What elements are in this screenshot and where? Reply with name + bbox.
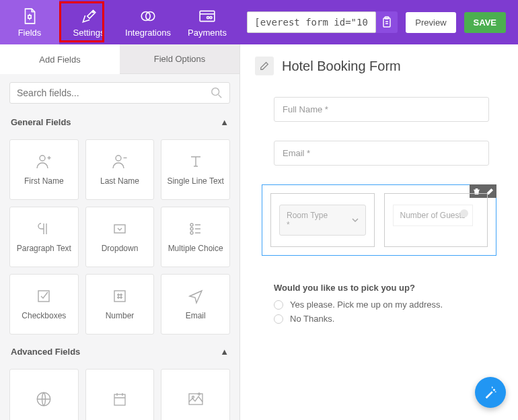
section-label: General Fields [11, 117, 71, 127]
sidebar-tabs: Add Fields Field Options [0, 44, 239, 74]
collapse-icon: ▲ [220, 347, 229, 357]
svg-point-4 [210, 16, 212, 18]
payments-icon [198, 7, 216, 25]
svg-point-14 [190, 232, 193, 234]
globe-icon [35, 390, 52, 408]
main: Add Fields Field Options General Fields … [0, 44, 518, 420]
calendar-icon [112, 391, 128, 407]
sidebar-tab-field-options[interactable]: Field Options [120, 44, 239, 74]
field-label: Dropdown [102, 244, 139, 253]
guests-input[interactable]: Number of Guests [393, 205, 473, 226]
pickup-option-yes[interactable]: Yes please. Pick me up on my address. [274, 300, 503, 310]
field-paragraph[interactable]: Paragraph Text [9, 207, 79, 267]
field-email[interactable]: Email [161, 274, 230, 335]
field-single-line[interactable]: Single Line Text [161, 139, 230, 200]
edit-title-button[interactable] [255, 57, 274, 75]
field-pickup[interactable]: Would you like us to pick you up? Yes pl… [274, 283, 503, 324]
pickup-question: Would you like us to pick you up? [274, 283, 503, 293]
advanced-fields-grid [0, 362, 239, 420]
section-label: Advanced Fields [11, 347, 80, 357]
tab-settings[interactable]: Settings [59, 0, 118, 44]
svg-rect-18 [114, 394, 125, 405]
image-icon [187, 391, 205, 407]
search-box [9, 82, 230, 104]
copy-shortcode-button[interactable] [376, 11, 398, 33]
topbar: Fields Settings Integrations Payments [0, 0, 518, 44]
collapse-icon: ▲ [220, 117, 229, 127]
option-label: No Thanks. [290, 314, 334, 324]
dropdown-icon [112, 221, 128, 237]
svg-point-20 [192, 396, 194, 398]
clipboard-icon [381, 16, 392, 28]
field-last-name[interactable]: Last Name [85, 139, 155, 200]
fields-icon [21, 7, 38, 25]
field-label: Number [106, 311, 135, 320]
tab-payments[interactable]: Payments [178, 0, 237, 44]
email-input: Email * [274, 141, 489, 166]
field-dropdown[interactable]: Dropdown [85, 207, 155, 267]
room-type-label: Room Type * [287, 211, 333, 230]
svg-point-12 [190, 223, 193, 226]
form-title[interactable]: Hotel Booking Form [282, 59, 401, 74]
field-first-name[interactable]: First Name [9, 139, 79, 200]
field-website[interactable] [9, 369, 79, 420]
shortcode-box [247, 11, 398, 33]
person-icon [110, 153, 129, 170]
text-icon [188, 153, 204, 170]
search-input[interactable] [17, 88, 211, 98]
field-date[interactable] [85, 369, 155, 420]
tab-fields-label: Fields [18, 28, 42, 38]
settings-icon [80, 7, 98, 25]
pickup-option-no[interactable]: No Thanks. [274, 314, 503, 324]
general-fields-grid: First Name Last Name Single Line Text Pa… [0, 133, 239, 341]
sidebar-body: General Fields ▲ First Name Last Name Si… [0, 74, 239, 420]
svg-point-10 [116, 155, 121, 161]
field-number[interactable]: Number [85, 274, 155, 335]
integrations-icon [139, 7, 157, 25]
tab-integrations-label: Integrations [125, 28, 171, 38]
field-label: Multiple Choice [168, 244, 223, 253]
section-general-fields[interactable]: General Fields ▲ [0, 112, 239, 133]
svg-rect-11 [114, 225, 125, 233]
room-type-select[interactable]: Room Type * [279, 205, 366, 236]
field-checkboxes[interactable]: Checkboxes [9, 274, 79, 335]
topbar-right: Preview SAVE [247, 11, 518, 33]
svg-point-13 [190, 228, 193, 230]
radio-icon [274, 300, 283, 310]
field-image[interactable] [161, 369, 230, 420]
field-fullname[interactable]: Full Name * [274, 97, 503, 122]
field-email[interactable]: Email * [274, 141, 503, 166]
chevron-down-icon [352, 217, 359, 223]
section-advanced-fields[interactable]: Advanced Fields ▲ [0, 341, 239, 362]
tab-fields[interactable]: Fields [0, 0, 59, 44]
fullname-input: Full Name * [274, 97, 489, 122]
tab-integrations[interactable]: Integrations [118, 0, 178, 44]
paragraph-icon [36, 221, 52, 237]
field-multiple-choice[interactable]: Multiple Choice [161, 207, 230, 267]
tab-settings-label: Settings [73, 28, 105, 38]
save-button[interactable]: SAVE [464, 12, 506, 33]
field-label: First Name [24, 176, 64, 186]
field-label: Last Name [100, 176, 139, 186]
option-label: Yes please. Pick me up on my address. [290, 300, 443, 310]
field-label: Paragraph Text [17, 244, 71, 253]
sidebar-tab-add-fields[interactable]: Add Fields [0, 44, 120, 74]
svg-point-0 [92, 11, 94, 12]
svg-point-8 [212, 88, 219, 96]
selected-row[interactable]: Room Type * Number of Guests [262, 184, 496, 256]
svg-rect-6 [383, 18, 390, 27]
field-label: Checkboxes [22, 311, 66, 320]
radio-list-icon [188, 221, 204, 237]
form-preview: Hotel Booking Form Full Name * Email * R… [240, 44, 518, 420]
col-guests[interactable]: Number of Guests [384, 193, 488, 247]
tab-payments-label: Payments [188, 28, 227, 38]
svg-point-9 [40, 155, 45, 161]
fab-button[interactable] [475, 377, 506, 408]
preview-button[interactable]: Preview [406, 12, 455, 33]
send-icon [188, 288, 204, 304]
person-icon [34, 153, 53, 170]
guests-label: Number of Guests [400, 211, 466, 220]
shortcode-input[interactable] [247, 11, 376, 33]
svg-rect-16 [114, 291, 125, 302]
col-room-type[interactable]: Room Type * [270, 193, 375, 247]
